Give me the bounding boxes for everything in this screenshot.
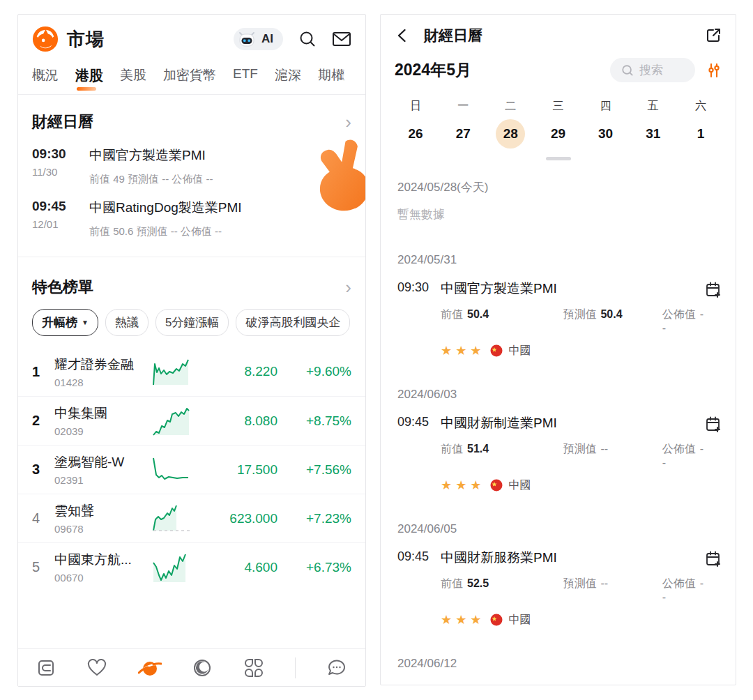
filter-chip-5min[interactable]: 5分鐘漲幅 [155,309,229,336]
rank-number: 5 [32,559,54,575]
add-to-calendar-icon[interactable] [705,414,722,434]
tab-crypto[interactable]: 加密貨幣 [163,66,216,85]
ranking-filter-chips: 升幅榜 ▼ 熱議 5分鐘漲幅 破淨高股利國央企 [18,302,365,347]
portfolio-wallet-icon[interactable] [36,658,56,678]
sparkline-chart [151,356,197,388]
date-group-header: 2024/06/03 [381,358,736,402]
ranking-list: 1 耀才證券金融 01428 8.220 +9.60% 2 中集集團 02039 [18,347,365,591]
stock-code: 09678 [54,523,151,535]
add-to-calendar-icon[interactable] [705,549,722,568]
calendar-event-row[interactable]: 09:45 12/01 中國RatingDog製造業PMI 前值 50.6 預測… [18,189,365,241]
stock-code: 00670 [54,572,151,584]
event-values: 前值50.4 預測值50.4 公佈值-- [441,307,705,335]
stock-code: 01428 [54,376,151,388]
calendar-event-row[interactable]: 09:30 11/30 中國官方製造業PMI 前值 49 預測值 -- 公佈值 … [18,137,365,189]
stock-row[interactable]: 4 雲知聲 09678 623.000 +7.23% [18,494,365,542]
calendar-day[interactable]: 26 [392,118,439,150]
filter-chip-gainers[interactable]: 升幅榜 ▼ [32,309,98,336]
stock-change: +9.60% [287,364,351,379]
calendar-day[interactable]: 1 [677,118,724,150]
share-export-icon[interactable] [705,27,722,44]
calendar-day[interactable]: 30 [582,118,630,150]
event-time: 09:45 [397,549,441,564]
weekday-label: 六 [677,92,724,118]
weekday-label: 一 [439,92,487,118]
calendar-event-row[interactable]: 09:30 中國官方製造業PMI 前值50.4 預測值50.4 公佈值-- ★★… [381,267,736,358]
filter-chip-hot[interactable]: 熱議 [105,309,149,336]
tab-overview[interactable]: 概況 [32,66,59,85]
stock-change: +7.56% [287,462,351,478]
watchlist-heart-icon[interactable] [86,658,107,678]
event-time: 09:45 [32,199,89,214]
stock-row[interactable]: 3 塗鴉智能-W 02391 17.500 +7.56% [18,445,365,494]
weekday-header-row: 日 一 二 三 四 五 六 [381,92,736,118]
weekday-label: 四 [582,92,630,118]
sparkline-chart [151,405,197,437]
date-group-header: 2024/06/05 [381,493,736,536]
tab-us-stocks[interactable]: 美股 [120,66,146,85]
stock-price: 8.220 [197,364,287,379]
date-group-header: 2024/06/12 [381,627,736,671]
bottom-navigation-bar [18,648,365,686]
china-flag-icon [490,344,503,357]
sparkline-chart [151,454,197,486]
chevron-right-icon[interactable]: › [345,115,351,129]
stock-name: 塗鴉智能-W [54,453,151,471]
stock-name: 中國東方航... [54,551,151,569]
calendar-event-row[interactable]: 09:45 中國財新制造業PMI 前值51.4 預測值-- 公佈值-- ★★★ … [381,402,736,493]
tab-options[interactable]: 期權 [318,66,344,85]
robot-icon [237,31,257,47]
calendar-day[interactable]: 31 [630,118,677,150]
quotes-disc-icon[interactable] [192,657,213,678]
stock-change: +7.23% [287,511,351,526]
importance-stars-icon: ★★★ [441,612,485,627]
importance-stars-icon: ★★★ [441,478,485,493]
calendar-day-selected[interactable]: 28 [487,118,534,150]
economic-calendar-screen: 財經日曆 2024年5月 搜索 日 一 二 三 四 五 [380,14,736,685]
weekday-label: 三 [534,92,581,118]
market-planet-icon[interactable] [138,657,162,678]
calendar-week-row: 26 27 28 29 30 31 1 [381,118,736,150]
sparkline-chart [151,503,197,535]
event-name: 中國財新制造業PMI [441,414,705,432]
tab-etf[interactable]: ETF [233,66,258,85]
stock-row[interactable]: 2 中集集團 02039 8.080 +8.75% [18,396,365,445]
chevron-right-icon[interactable]: › [345,280,351,294]
stock-price: 4.600 [197,560,287,575]
stock-row[interactable]: 5 中國東方航... 00670 4.600 +6.73% [18,542,365,591]
no-data-text: 暫無數據 [381,195,736,222]
add-to-calendar-icon[interactable] [705,280,722,299]
ai-assistant-button[interactable]: AI [234,28,283,50]
tab-hk-stocks[interactable]: 港股 [75,66,103,85]
ranking-section-header[interactable]: 特色榜單 › [18,257,365,302]
event-values: 前值51.4 預測值-- 公佈值-- [441,442,705,469]
tab-sh-sz[interactable]: 滬深 [275,66,301,85]
page-title: 財經日曆 [424,26,482,45]
event-detail: 前值 49 預測值 -- 公佈值 -- [89,173,351,186]
mail-icon[interactable] [332,31,351,47]
stock-name: 中集集團 [54,404,151,423]
stock-name: 耀才證券金融 [54,356,151,374]
stock-row[interactable]: 1 耀才證券金融 01428 8.220 +9.60% [18,347,365,396]
current-month-label[interactable]: 2024年5月 [395,59,471,81]
event-date: 12/01 [32,218,89,230]
rank-number: 2 [32,413,54,429]
importance-stars-icon: ★★★ [441,343,485,358]
calendar-day[interactable]: 27 [439,118,487,150]
ranking-section-title: 特色榜單 [32,277,93,298]
search-icon[interactable] [298,30,317,48]
back-arrow-icon[interactable] [395,28,410,43]
search-input[interactable]: 搜索 [610,58,695,82]
event-name: 中國官方製造業PMI [89,146,351,165]
region-label: 中國 [508,613,531,627]
filter-sliders-icon[interactable] [706,62,722,79]
calendar-event-row[interactable]: 09:45 中國財新服務業PMI 前值52.5 預測值-- 公佈值-- ★★★ … [381,536,736,627]
calendar-section-header[interactable]: 財經日曆 › [18,95,365,137]
region-label: 中國 [508,344,531,358]
messages-chat-icon[interactable] [326,658,347,678]
filter-chip-dividend[interactable]: 破淨高股利國央企 [236,309,350,336]
calendar-day[interactable]: 29 [534,118,581,150]
region-label: 中國 [508,478,531,493]
sparkline-chart [151,551,197,584]
discover-grid-icon[interactable] [243,657,264,678]
